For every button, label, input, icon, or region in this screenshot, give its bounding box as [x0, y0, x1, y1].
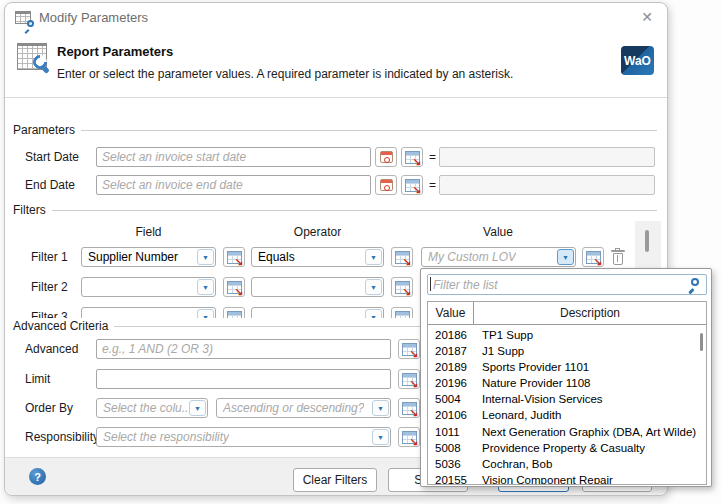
filter-1-value-lov-button[interactable]: ↘ — [582, 247, 604, 267]
responsibility-lov-button[interactable]: ↘ — [398, 427, 420, 447]
end-date-resolved-value — [439, 175, 655, 195]
lov-row[interactable]: 20189 Sports Provider 1101 — [428, 359, 706, 375]
lov-row-value: 5008 — [428, 440, 482, 456]
end-date-label: End Date — [25, 175, 75, 195]
clear-filters-button[interactable]: Clear Filters — [293, 468, 377, 492]
lov-row-value: 20187 — [428, 343, 482, 359]
filter-1-operator-lov-button[interactable]: ↘ — [391, 247, 413, 267]
advanced-label: Advanced — [25, 339, 78, 359]
table-pick-icon: ↘ — [586, 251, 601, 264]
window-title: Modify Parameters — [39, 10, 148, 25]
calendar-icon — [380, 179, 393, 191]
lov-row[interactable]: 1011 Next Generation Graphix (DBA, Art W… — [428, 424, 706, 440]
equals-sign: = — [429, 175, 436, 195]
page-subtitle: Enter or select the parameter values. A … — [57, 67, 513, 81]
dropdown-arrow-icon[interactable]: ▼ — [365, 279, 382, 295]
lov-row-description: Leonard, Judith — [482, 407, 706, 423]
table-pick-icon: ↘ — [227, 311, 242, 319]
table-pick-icon: ↘ — [402, 343, 417, 356]
lov-row[interactable]: 5036 Cochran, Bob — [428, 456, 706, 472]
column-header-operator: Operator — [251, 225, 384, 239]
filter-1-value-combo[interactable]: My Custom LOV ▼ — [421, 247, 576, 267]
table-pick-icon: ↘ — [395, 251, 410, 264]
table-pick-icon: ↘ — [395, 311, 410, 319]
dropdown-arrow-icon[interactable]: ▼ — [189, 400, 206, 416]
title-bar: Modify Parameters ✕ — [5, 3, 667, 31]
start-date-label: Start Date — [25, 147, 79, 167]
table-search-icon — [15, 11, 31, 24]
text-caret — [430, 277, 431, 291]
advanced-input[interactable] — [96, 339, 391, 359]
filter-1-field-select[interactable]: Supplier Number ▼ — [81, 247, 216, 267]
help-icon[interactable]: ? — [29, 468, 46, 485]
parameters-section-label: Parameters — [13, 123, 657, 137]
lov-row-list: 20186 TP1 Supp 20187 J1 Supp 20189 Sport… — [428, 325, 706, 484]
lov-row-description: J1 Supp — [482, 343, 706, 359]
advanced-lov-button[interactable]: ↘ — [398, 339, 420, 359]
lov-row-description: TP1 Supp — [482, 327, 706, 343]
lov-row-description: Cochran, Bob — [482, 456, 706, 472]
dropdown-arrow-icon[interactable]: ▼ — [197, 249, 214, 265]
filter-1-field-lov-button[interactable]: ↘ — [223, 247, 245, 267]
lov-filter-input[interactable] — [427, 274, 707, 295]
filter-2-field-lov-button[interactable]: ↘ — [223, 277, 245, 297]
lov-row[interactable]: 5008 Providence Property & Casualty — [428, 440, 706, 456]
lov-row-description: Nature Provider 1108 — [482, 375, 706, 391]
lov-scrollbar-thumb[interactable] — [700, 333, 703, 351]
order-by-column-select[interactable]: Select the colu... ▼ — [96, 398, 208, 418]
filter-3-operator-select[interactable]: ▼ — [251, 307, 384, 318]
lov-row-description: Next Generation Graphix (DBA, Art Wilde) — [482, 424, 706, 440]
lov-row-value: 20186 — [428, 327, 482, 343]
close-icon[interactable]: ✕ — [637, 9, 657, 25]
filter-1-operator-select[interactable]: Equals ▼ — [251, 247, 384, 267]
lov-row-value: 5004 — [428, 391, 482, 407]
start-date-calendar-button[interactable] — [375, 147, 397, 167]
lov-results-grid: Value Description 20186 TP1 Supp 20187 J… — [427, 301, 707, 485]
filter-2-operator-select[interactable]: ▼ — [251, 277, 384, 297]
dropdown-arrow-icon[interactable]: ▼ — [557, 249, 574, 265]
lov-row[interactable]: 20106 Leonard, Judith — [428, 407, 706, 423]
lov-row-value: 1011 — [428, 424, 482, 440]
limit-input[interactable] — [96, 369, 391, 389]
order-by-direction-select[interactable]: Ascending or descending? ▼ — [216, 398, 391, 418]
dropdown-arrow-icon[interactable]: ▼ — [372, 429, 389, 445]
filter-3-field-lov-button[interactable]: ↘ — [223, 307, 245, 318]
filter-3-operator-lov-button[interactable]: ↘ — [391, 307, 413, 318]
lov-row[interactable]: 5004 Internal-Vision Services — [428, 391, 706, 407]
dropdown-arrow-icon[interactable]: ▼ — [197, 309, 214, 318]
filter-1-label: Filter 1 — [31, 247, 68, 267]
dropdown-arrow-icon[interactable]: ▼ — [365, 249, 382, 265]
start-date-input[interactable] — [96, 147, 371, 167]
filter-1-delete-icon[interactable] — [611, 249, 625, 265]
filter-2-operator-lov-button[interactable]: ↘ — [391, 277, 413, 297]
dropdown-arrow-icon[interactable]: ▼ — [372, 400, 389, 416]
table-pick-icon: ↘ — [227, 251, 242, 264]
dropdown-arrow-icon[interactable]: ▼ — [365, 309, 382, 318]
filter-2-field-select[interactable]: ▼ — [81, 277, 216, 297]
lov-row-description: Providence Property & Casualty — [482, 440, 706, 456]
lov-row[interactable]: 20187 J1 Supp — [428, 343, 706, 359]
lov-row[interactable]: 20196 Nature Provider 1108 — [428, 375, 706, 391]
wao-logo: WaO — [621, 46, 654, 75]
order-by-lov-button[interactable]: ↘ — [398, 398, 420, 418]
wrench-icon — [32, 54, 52, 74]
start-date-lov-button[interactable]: ↘ — [401, 147, 423, 167]
dropdown-arrow-icon[interactable]: ▼ — [197, 279, 214, 295]
responsibility-label: Responsibility — [25, 427, 99, 447]
lov-row[interactable]: 20155 Vision Component Repair — [428, 472, 706, 484]
limit-lov-button[interactable]: ↘ — [398, 369, 420, 389]
end-date-lov-button[interactable]: ↘ — [401, 175, 423, 195]
lov-row-description: Internal-Vision Services — [482, 391, 706, 407]
lov-row-description: Sports Provider 1101 — [482, 359, 706, 375]
end-date-calendar-button[interactable] — [375, 175, 397, 195]
lov-column-description: Description — [474, 302, 706, 324]
start-date-resolved-value — [439, 147, 655, 167]
lov-row-value: 5036 — [428, 456, 482, 472]
search-icon[interactable] — [691, 278, 699, 286]
lov-row[interactable]: 20186 TP1 Supp — [428, 327, 706, 343]
end-date-input[interactable] — [96, 175, 371, 195]
filter-3-field-select[interactable]: ▼ — [81, 307, 216, 318]
limit-label: Limit — [25, 369, 50, 389]
responsibility-select[interactable]: Select the responsibility ▼ — [96, 427, 391, 447]
filter-3-label: Filter 3 — [31, 307, 68, 318]
